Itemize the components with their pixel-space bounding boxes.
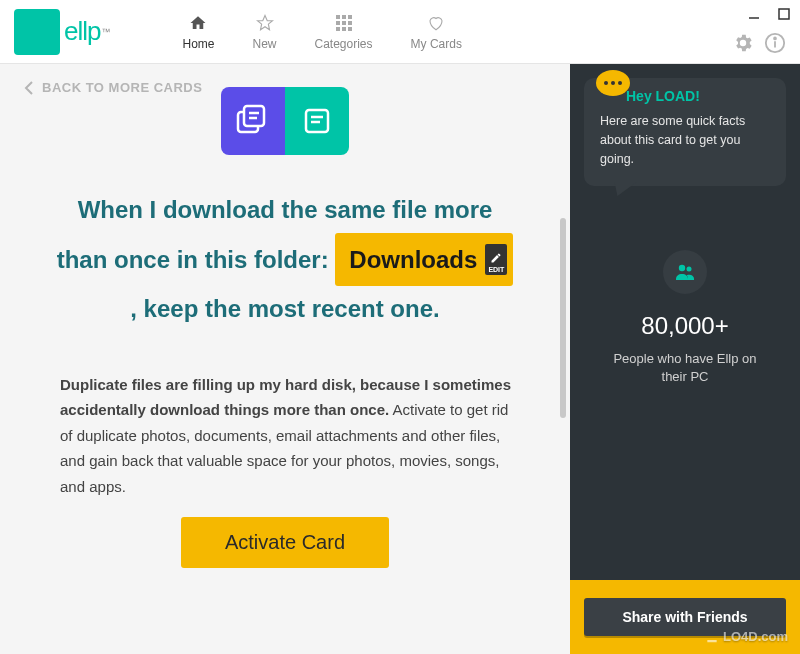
svg-rect-7 (348, 21, 352, 25)
nav-home[interactable]: Home (182, 13, 214, 51)
card-description: Duplicate files are filling up my hard d… (60, 372, 516, 500)
svg-rect-15 (244, 106, 264, 126)
info-icon[interactable] (764, 32, 786, 60)
brand-name: ellp (64, 16, 100, 47)
edit-badge[interactable]: EDIT (485, 244, 507, 275)
maximize-button[interactable] (778, 8, 790, 20)
greeting-title: Hey LOAD! (626, 88, 770, 104)
file-icon (285, 87, 349, 155)
watermark-text: LO4D.com (723, 629, 788, 644)
svg-rect-9 (342, 27, 346, 31)
svg-rect-2 (336, 15, 340, 19)
chat-icon (596, 70, 630, 96)
card-icon (221, 87, 349, 155)
svg-rect-6 (342, 21, 346, 25)
svg-rect-8 (336, 27, 340, 31)
svg-rect-10 (348, 27, 352, 31)
headline-text-2: , keep the most recent one. (130, 295, 439, 322)
svg-rect-4 (348, 15, 352, 19)
pencil-icon (490, 252, 502, 264)
nav-mycards[interactable]: My Cards (411, 13, 462, 51)
people-icon (663, 250, 707, 294)
heart-icon (427, 13, 445, 33)
watermark: LO4D.com (705, 629, 788, 644)
nav-new[interactable]: New (253, 13, 277, 51)
card-headline: When I download the same file more than … (54, 187, 516, 332)
star-icon (256, 13, 274, 33)
gear-icon[interactable] (732, 32, 754, 60)
nav-label: Categories (315, 37, 373, 51)
activate-wrap: Activate Card (24, 517, 546, 568)
svg-rect-3 (342, 15, 346, 19)
nav-label: Home (182, 37, 214, 51)
home-icon (189, 13, 207, 33)
speech-tail (609, 182, 636, 196)
folder-name: Downloads (349, 237, 477, 283)
logo-icon (14, 9, 60, 55)
edit-label: EDIT (488, 266, 504, 273)
scrollbar-thumb[interactable] (560, 218, 566, 418)
svg-point-21 (679, 265, 685, 271)
duplicate-icon (221, 87, 285, 155)
grid-icon (336, 13, 352, 33)
nav-label: My Cards (411, 37, 462, 51)
window-controls (748, 8, 790, 20)
svg-rect-5 (336, 21, 340, 25)
main-nav: Home New Categories My Cards (182, 13, 461, 51)
minimize-button[interactable] (748, 8, 760, 20)
trademark: ™ (101, 27, 110, 37)
main-panel: BACK TO MORE CARDS When I download the s… (0, 64, 570, 654)
activate-button[interactable]: Activate Card (181, 517, 389, 568)
download-icon (705, 630, 719, 644)
card-icon-wrap (24, 87, 546, 155)
speech-bubble: Hey LOAD! Here are some quick facts abou… (584, 78, 786, 186)
content-area: BACK TO MORE CARDS When I download the s… (0, 64, 800, 654)
sidebar: Hey LOAD! Here are some quick facts abou… (570, 64, 800, 654)
stat-block: 80,000+ People who have Ellp on their PC (570, 250, 800, 386)
nav-label: New (253, 37, 277, 51)
svg-point-13 (774, 37, 776, 39)
greeting-body: Here are some quick facts about this car… (600, 112, 770, 168)
stat-number: 80,000+ (570, 312, 800, 340)
svg-rect-1 (779, 9, 789, 19)
header-actions (732, 32, 786, 60)
nav-categories[interactable]: Categories (315, 13, 373, 51)
app-header: ellp™ Home New Categories My Cards (0, 0, 800, 64)
stat-label: People who have Ellp on their PC (570, 350, 800, 386)
chevron-left-icon (24, 81, 34, 95)
folder-chip[interactable]: Downloads EDIT (335, 233, 513, 287)
svg-point-22 (687, 267, 692, 272)
back-label: BACK TO MORE CARDS (42, 80, 202, 95)
